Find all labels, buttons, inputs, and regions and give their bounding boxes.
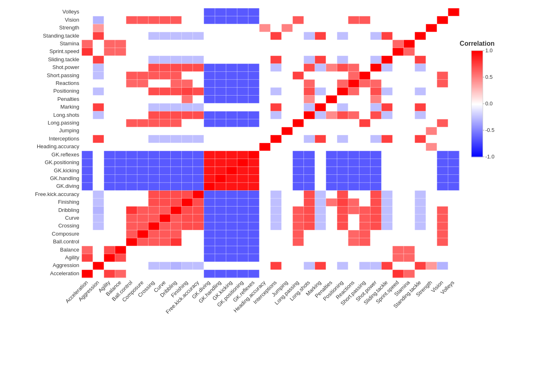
chart-container <box>0 0 549 392</box>
heatmap-canvas <box>0 0 549 392</box>
